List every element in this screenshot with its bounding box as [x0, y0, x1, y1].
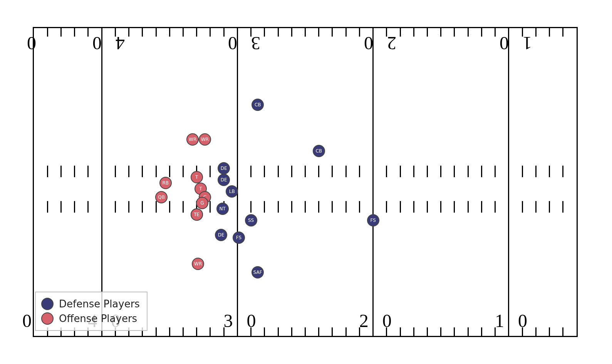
tick-hashU-8: [535, 166, 537, 177]
tick-bottom-8: [535, 327, 537, 336]
tick-hashU-43: [60, 166, 62, 177]
tick-top-39: [115, 28, 116, 37]
tick-bottom-27: [278, 327, 279, 336]
tick-bottom-31: [223, 327, 225, 336]
tick-top-36: [156, 28, 157, 37]
legend-swatch-icon: [41, 298, 54, 310]
player-label: RB: [162, 180, 169, 186]
tick-top-21: [359, 28, 360, 37]
legend-row: Defense Players: [41, 298, 140, 310]
tick-top-23: [332, 28, 333, 37]
tick-hashU-28: [264, 166, 265, 177]
tick-hashU-42: [74, 166, 75, 177]
player-cb-0-0: CB: [252, 99, 264, 111]
player-label: G: [200, 200, 204, 206]
tick-hashL-7: [549, 201, 550, 213]
player-wr-1-0: WR: [186, 133, 199, 146]
yardline-30: [237, 28, 238, 336]
tick-bottom-6: [562, 327, 563, 336]
player-saf-0-10: SAF: [252, 266, 264, 278]
tick-hashL-19: [386, 201, 387, 213]
tick-hashU-21: [359, 166, 360, 177]
player-label: QB: [158, 195, 165, 200]
tick-hashL-37: [142, 201, 143, 213]
tick-top-26: [291, 28, 292, 37]
tick-bottom-12: [481, 327, 482, 336]
player-lb-0-4: LB: [226, 185, 238, 198]
tick-hashL-21: [359, 201, 360, 213]
tick-hashU-23: [332, 166, 333, 177]
tick-top-41: [87, 28, 89, 37]
tick-hashU-11: [495, 166, 496, 177]
tick-bottom-33: [196, 327, 197, 336]
tick-bottom-21: [359, 327, 360, 336]
tick-hashU-24: [318, 166, 319, 177]
tick-hashU-32: [210, 166, 211, 177]
tick-top-32: [210, 28, 211, 37]
player-label: SAF: [253, 270, 262, 275]
yard-number-top-30: 3 0: [223, 33, 260, 54]
tick-hashL-27: [278, 201, 279, 213]
tick-hashL-22: [345, 201, 347, 213]
tick-hashU-40: [101, 166, 102, 177]
tick-bottom-32: [210, 327, 211, 336]
tick-hashL-10: [508, 201, 509, 213]
tick-bottom-28: [264, 327, 265, 336]
tick-bottom-7: [549, 327, 550, 336]
tick-top-11: [495, 28, 496, 37]
yard-number-top-edge: 0: [22, 33, 36, 54]
tick-bottom-25: [305, 327, 306, 336]
yard-number-top-10: 1 0: [495, 33, 532, 54]
player-rb-1-2: RB: [159, 177, 172, 189]
tick-bottom-22: [345, 327, 347, 336]
yard-number-bottom-30: 3 0: [223, 310, 260, 331]
football-field: 4 04 03 03 02 02 01 01 000CBCBDEDELBNTSS…: [33, 27, 578, 337]
tick-top-38: [128, 28, 129, 37]
player-ss-0-6: SS: [245, 214, 257, 226]
tick-top-25: [305, 28, 306, 37]
tick-hashU-7: [549, 166, 550, 177]
player-label: DE: [218, 232, 225, 238]
tick-hashL-42: [74, 201, 75, 213]
tick-hashL-18: [400, 201, 401, 213]
legend: Defense PlayersOffense Players: [35, 292, 148, 331]
player-cb-0-1: CB: [313, 145, 325, 157]
tick-top-9: [522, 28, 523, 37]
tick-hashL-13: [468, 201, 469, 213]
tick-hashL-34: [183, 201, 184, 213]
tick-hashL-39: [115, 201, 116, 213]
player-t-1-3: T: [191, 171, 203, 183]
tick-hashL-15: [440, 201, 441, 213]
tick-top-31: [223, 28, 225, 37]
tick-hashL-41: [87, 201, 89, 213]
tick-top-34: [183, 28, 184, 37]
tick-hashU-26: [291, 166, 292, 177]
tick-bottom-35: [169, 327, 170, 336]
tick-top-14: [454, 28, 455, 37]
tick-hashL-30: [237, 201, 238, 213]
tick-bottom-26: [291, 327, 292, 336]
player-wr-1-10: WR: [192, 258, 204, 270]
tick-bottom-11: [495, 327, 496, 336]
tick-bottom-17: [413, 327, 414, 336]
tick-top-43: [60, 28, 62, 37]
tick-top-12: [481, 28, 482, 37]
tick-hashU-18: [400, 166, 401, 177]
player-label: WR: [189, 137, 196, 142]
tick-top-27: [278, 28, 279, 37]
player-label: FS: [370, 218, 376, 223]
player-label: SS: [248, 218, 254, 223]
tick-bottom-29: [250, 327, 252, 336]
player-fs-0-9: FS: [233, 231, 245, 244]
yardline-10: [508, 28, 509, 336]
player-nt-0-5: NT: [216, 203, 229, 215]
legend-label: Offense Players: [59, 313, 137, 324]
player-label: T: [200, 186, 202, 191]
tick-top-15: [440, 28, 441, 37]
chart-wrapper: 4 04 03 03 02 02 01 01 000CBCBDEDELBNTSS…: [0, 0, 612, 364]
tick-hashL-25: [305, 201, 306, 213]
player-qb-1-5: QB: [155, 191, 168, 203]
tick-bottom-16: [427, 327, 428, 336]
tick-hashL-14: [454, 201, 455, 213]
player-label: DE: [221, 177, 227, 183]
